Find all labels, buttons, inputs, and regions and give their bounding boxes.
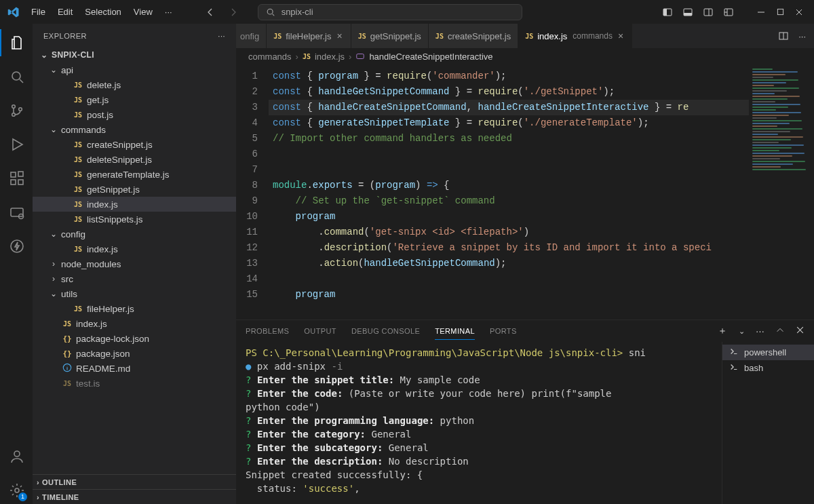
activity-thunder-icon[interactable] [0,233,33,260]
split-editor-icon[interactable] [778,31,789,41]
tree-item-label: package-lock.json [76,334,149,344]
menu-selection[interactable]: Selection [79,4,126,20]
nav-forward-icon[interactable] [228,7,239,18]
tree-file[interactable]: JSgenerateTemplate.js [33,167,236,182]
tree-file[interactable]: JStest.is [33,376,236,391]
terminal-new-icon[interactable]: ＋ [718,325,727,337]
chevron-down-icon: ⌄ [49,289,58,298]
command-center[interactable]: snpix-cli [258,4,522,20]
editor-tab[interactable]: JSindex.jscommands× [518,24,632,48]
code-editor[interactable]: 123456789101112131415 const { program } … [236,64,814,319]
tree-folder[interactable]: ⌄utils [33,286,236,301]
panel-tab-terminal[interactable]: TERMINAL [435,323,475,340]
nav-back-icon[interactable] [205,7,216,18]
svg-rect-5 [704,9,712,16]
layout-primary-icon[interactable] [662,7,673,18]
tab-close-icon[interactable]: × [335,31,343,41]
layout-customize-icon[interactable] [723,7,734,18]
minimap[interactable] [749,64,814,319]
tree-file[interactable]: JSgetSnippet.js [33,182,236,197]
activity-remote-icon[interactable] [0,199,33,226]
panel-tab-output[interactable]: OUTPUT [304,323,336,339]
tree-file[interactable]: JSindex.js [33,241,236,256]
timeline-section[interactable]: › TIMELINE [33,489,236,504]
terminal-split-dropdown-icon[interactable]: ⌄ [739,327,745,336]
tab-label: getSnippet.js [370,31,421,41]
svg-point-0 [267,9,273,14]
code-content[interactable]: const { program } = require('commander')… [269,64,749,319]
panel-tab-debug-console[interactable]: DEBUG CONSOLE [351,323,420,339]
layout-secondary-icon[interactable] [703,7,714,18]
titlebar: File Edit Selection View ··· snpix-cli [0,0,814,24]
sidebar: EXPLORER ··· ⌄ SNPIX-CLI ⌄apiJSdelete.js… [33,24,236,504]
breadcrumb-file[interactable]: index.js [315,52,345,62]
svg-rect-15 [18,172,23,176]
panel-close-icon[interactable] [796,326,805,336]
tree-item-label: fileHelper.js [87,304,134,314]
tree-file[interactable]: README.md [33,361,236,376]
panel-tab-ports[interactable]: PORTS [490,323,517,339]
activity-settings-icon[interactable]: 1 [0,477,33,504]
panel-tab-problems[interactable]: PROBLEMS [246,323,289,339]
svg-rect-7 [777,9,783,14]
tab-label: fileHelper.js [286,31,331,41]
tree-file[interactable]: JScreateSnippet.js [33,137,236,152]
tree-file[interactable]: JSindex.js [33,316,236,331]
bottom-panel: PROBLEMSOUTPUTDEBUG CONSOLETERMINALPORTS… [236,319,814,504]
tree-root[interactable]: ⌄ SNPIX-CLI [33,47,236,62]
tree-folder[interactable]: ⌄config [33,227,236,241]
tree-file[interactable]: {}package-lock.json [33,331,236,346]
activity-extensions-icon[interactable] [0,165,33,192]
svg-point-18 [11,240,23,252]
tree-folder[interactable]: ⌄api [33,62,236,77]
menu-more-icon[interactable]: ··· [159,4,178,20]
tab-close-icon[interactable]: × [617,31,625,41]
tree-file[interactable]: JSfileHelper.js [33,301,236,316]
menu-view[interactable]: View [128,4,158,20]
editor-tab[interactable]: JScreateSnippet.js [429,24,518,48]
maximize-icon[interactable] [775,7,786,18]
tree-folder[interactable]: ›node_modules [33,256,236,271]
tree-file[interactable]: JSdeleteSnippet.js [33,152,236,167]
tree-item-label: commands [61,125,106,135]
info-file-icon [62,363,72,374]
tree-file[interactable]: {}package.json [33,346,236,361]
menu-file[interactable]: File [26,4,51,20]
tree-file[interactable]: JSindex.js [33,197,236,212]
breadcrumb-symbol[interactable]: handleCreateSnippetInteractive [369,52,492,62]
menu-bar: File Edit Selection View ··· [26,4,178,20]
file-tree[interactable]: ⌄ SNPIX-CLI ⌄apiJSdelete.jsJSget.jsJSpos… [33,47,236,474]
outline-section[interactable]: › OUTLINE [33,474,236,489]
panel-more-icon[interactable]: ··· [756,326,764,336]
breadcrumb-folder[interactable]: commands [248,52,292,62]
tree-file[interactable]: JSpost.js [33,107,236,122]
tree-file[interactable]: JSdelete.js [33,77,236,92]
menu-edit[interactable]: Edit [52,4,78,20]
tree-folder[interactable]: ›src [33,271,236,286]
tree-file[interactable]: JSget.js [33,92,236,107]
terminal-shell-bash[interactable]: bash [722,360,814,376]
tree-folder[interactable]: ⌄commands [33,122,236,137]
activity-explorer-icon[interactable] [0,29,33,56]
layout-panel-icon[interactable] [682,7,693,18]
tab-more-icon[interactable]: ··· [798,31,806,41]
panel-maximize-icon[interactable] [775,326,785,337]
editor-tab[interactable]: JSfileHelper.js× [267,24,351,48]
activity-run-debug-icon[interactable] [0,131,33,158]
tree-file[interactable]: JSlistSnippets.js [33,212,236,227]
editor-tab[interactable]: JSgetSnippet.js [351,24,429,48]
tree-item-label: delete.js [87,80,121,90]
breadcrumbs[interactable]: commands › JS index.js › handleCreateSni… [236,48,814,64]
terminal[interactable]: PS C:\_Personal\Learning\Programming\Jav… [236,342,722,504]
activity-source-control-icon[interactable] [0,97,33,124]
terminal-shell-powershell[interactable]: powershell [722,345,814,360]
editor-tab[interactable]: onfig [236,24,267,48]
svg-point-8 [12,72,20,80]
sidebar-more-icon[interactable]: ··· [218,32,225,40]
activity-account-icon[interactable] [0,443,33,470]
minimize-icon[interactable] [756,7,767,18]
close-window-icon[interactable] [794,7,805,18]
tree-item-label: package.json [76,349,130,359]
activity-search-icon[interactable] [0,63,33,90]
js-file-icon: JS [74,246,82,253]
